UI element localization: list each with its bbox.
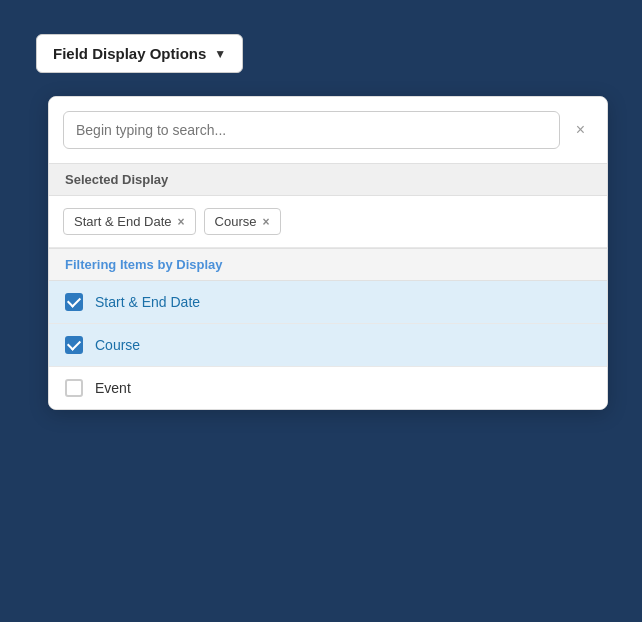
tag-remove-start-end-date[interactable]: ×: [178, 215, 185, 229]
checkbox-event: [65, 379, 83, 397]
list-item-label-event: Event: [95, 380, 131, 396]
search-input[interactable]: [63, 111, 560, 149]
page-wrapper: Field Display Options ▼ × Selected Displ…: [0, 0, 642, 622]
list-item-event[interactable]: Event: [49, 367, 607, 409]
field-display-options-label: Field Display Options: [53, 45, 206, 62]
selected-tags-area: Start & End Date × Course ×: [49, 196, 607, 248]
list-item-label-course: Course: [95, 337, 140, 353]
chevron-down-icon: ▼: [214, 47, 226, 61]
dropdown-panel: × Selected Display Start & End Date × Co…: [48, 96, 608, 410]
list-item-start-end-date[interactable]: Start & End Date: [49, 281, 607, 324]
tag-label-start-end-date: Start & End Date: [74, 214, 172, 229]
search-clear-button[interactable]: ×: [568, 117, 593, 143]
tag-start-end-date: Start & End Date ×: [63, 208, 196, 235]
filtering-items-header: Filtering Items by Display: [49, 248, 607, 281]
selected-display-header: Selected Display: [49, 163, 607, 196]
checkbox-course: [65, 336, 83, 354]
list-item-label-start-end-date: Start & End Date: [95, 294, 200, 310]
tag-label-course: Course: [215, 214, 257, 229]
list-item-course[interactable]: Course: [49, 324, 607, 367]
tag-course: Course ×: [204, 208, 281, 235]
tag-remove-course[interactable]: ×: [263, 215, 270, 229]
search-area: ×: [49, 97, 607, 163]
field-display-options-button[interactable]: Field Display Options ▼: [36, 34, 243, 73]
checkbox-start-end-date: [65, 293, 83, 311]
